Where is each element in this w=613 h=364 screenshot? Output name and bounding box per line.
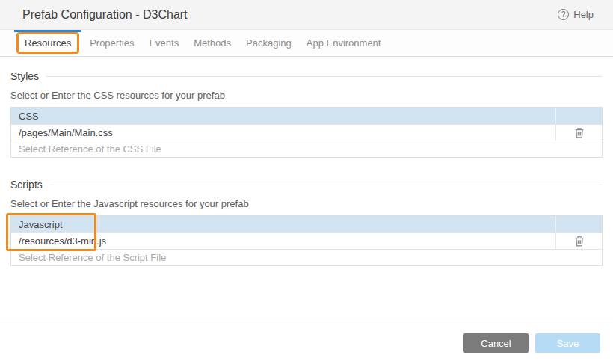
styles-section-header: Styles [10,70,603,82]
css-resources-table: CSS /pages/Main/Main.css [10,107,603,158]
row-actions-cell [555,233,602,249]
tab-properties[interactable]: Properties [82,30,141,56]
javascript-resource-value: /resources/d3-min.js [11,233,555,249]
delete-css-resource-button[interactable] [573,126,586,140]
table-row[interactable]: /resources/d3-min.js [11,232,602,249]
table-row[interactable]: /pages/Main/Main.css [11,124,602,141]
trash-icon [574,235,585,247]
help-label: Help [573,9,594,20]
dialog-footer: Cancel Save [0,321,613,364]
styles-section-title: Styles [10,70,46,82]
cancel-button[interactable]: Cancel [463,333,529,353]
tab-label: Events [149,37,179,49]
resources-tab-highlight-annotation: Resources [16,32,79,54]
scripts-section-subtitle: Select or Enter the Javascript resources… [10,198,603,209]
tab-app-environment[interactable]: App Environment [299,30,389,56]
section-divider [46,76,603,77]
delete-script-resource-button[interactable] [573,234,586,248]
tab-packaging[interactable]: Packaging [238,30,299,56]
save-button[interactable]: Save [535,333,600,353]
scripts-section-header: Scripts [10,179,603,191]
section-divider [50,185,603,185]
help-button[interactable]: ? Help [558,9,594,20]
tab-label: Resources [25,37,71,49]
script-reference-input-row [11,249,602,265]
css-column-header: CSS [11,108,555,124]
css-resource-value: /pages/Main/Main.css [11,125,555,141]
css-reference-input[interactable] [11,141,602,157]
title-bar: Prefab Configuration - D3Chart ? Help [0,0,613,30]
tab-resources[interactable]: Resources [13,30,82,56]
tab-label: App Environment [306,37,381,49]
javascript-column-header: Javascript [11,216,555,232]
active-tab-indicator [14,30,81,32]
tab-label: Properties [90,37,134,49]
styles-section-subtitle: Select or Enter the CSS resources for yo… [10,90,603,101]
help-circle-icon: ? [558,9,569,20]
css-reference-input-row [11,141,602,157]
tab-label: Packaging [246,37,292,49]
tab-methods[interactable]: Methods [186,30,238,56]
table-header-row: Javascript [11,216,602,232]
actions-column-header [555,216,602,232]
tab-events[interactable]: Events [141,30,186,56]
row-actions-cell [555,125,602,141]
tab-label: Methods [194,37,231,49]
resources-tab-content: Styles Select or Enter the CSS resources… [0,70,613,266]
tab-bar: Resources Properties Events Methods Pack… [0,30,613,57]
javascript-resources-table: Javascript /resources/d3-min.js [10,215,603,266]
script-reference-input[interactable] [11,250,602,265]
prefab-configuration-dialog: Prefab Configuration - D3Chart ? Help Re… [0,0,613,364]
page-title: Prefab Configuration - D3Chart [22,8,188,22]
table-header-row: CSS [11,108,602,124]
actions-column-header [555,108,602,124]
trash-icon [574,127,585,138]
scripts-section-title: Scripts [10,179,50,191]
